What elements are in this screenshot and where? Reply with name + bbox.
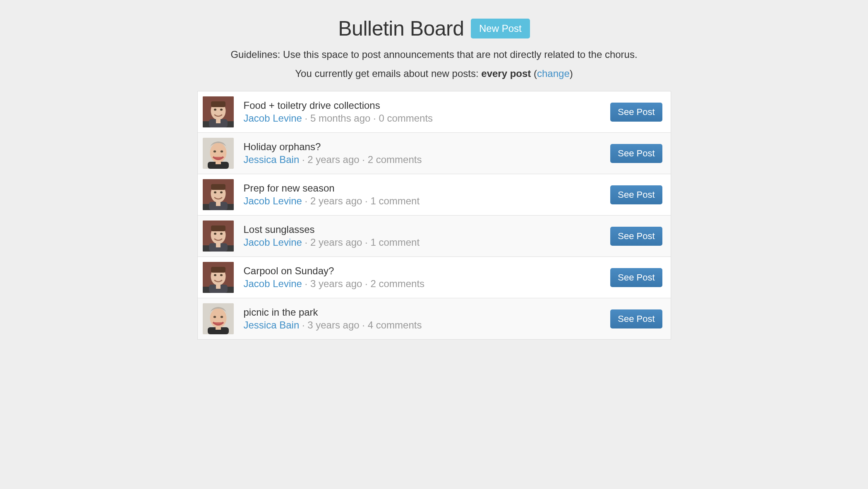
- new-post-button[interactable]: New Post: [471, 19, 530, 38]
- separator: ·: [362, 278, 370, 289]
- see-post-button[interactable]: See Post: [610, 103, 662, 122]
- post-body: Holiday orphans?Jessica Bain · 2 years a…: [244, 141, 602, 165]
- post-row: picnic in the parkJessica Bain · 3 years…: [198, 298, 671, 340]
- post-title: Lost sunglasses: [244, 224, 602, 235]
- post-row: Holiday orphans?Jessica Bain · 2 years a…: [198, 133, 671, 174]
- post-time: 3 years ago: [307, 319, 359, 331]
- post-meta: Jessica Bain · 3 years ago · 4 comments: [244, 319, 602, 331]
- post-title: Prep for new season: [244, 182, 602, 194]
- avatar[interactable]: [203, 138, 234, 169]
- post-author-link[interactable]: Jacob Levine: [244, 113, 302, 124]
- post-title: picnic in the park: [244, 307, 602, 318]
- post-row: Prep for new seasonJacob Levine · 2 year…: [198, 174, 671, 216]
- post-comments-count: 2 comments: [370, 278, 424, 289]
- change-email-pref-link[interactable]: change: [537, 68, 570, 79]
- post-title: Food + toiletry drive collections: [244, 100, 602, 111]
- post-list: Food + toiletry drive collectionsJacob L…: [197, 91, 671, 340]
- post-comments-count: 0 comments: [379, 113, 433, 124]
- separator: ·: [299, 319, 307, 331]
- post-body: Carpool on Sunday?Jacob Levine · 3 years…: [244, 265, 602, 290]
- post-row: Food + toiletry drive collectionsJacob L…: [198, 91, 671, 133]
- post-time: 2 years ago: [310, 237, 362, 248]
- post-row: Carpool on Sunday?Jacob Levine · 3 years…: [198, 257, 671, 298]
- post-meta: Jacob Levine · 5 months ago · 0 comments: [244, 113, 602, 124]
- separator: ·: [302, 195, 310, 206]
- separator: ·: [362, 195, 370, 206]
- post-author-link[interactable]: Jessica Bain: [244, 154, 300, 165]
- separator: ·: [299, 154, 307, 165]
- post-time: 2 years ago: [310, 195, 362, 206]
- separator: ·: [370, 113, 379, 124]
- avatar[interactable]: [203, 221, 234, 252]
- see-post-button[interactable]: See Post: [610, 185, 662, 204]
- post-body: Prep for new seasonJacob Levine · 2 year…: [244, 182, 602, 207]
- avatar[interactable]: [203, 262, 234, 293]
- post-comments-count: 1 comment: [370, 237, 420, 248]
- email-preference: You currently get emails about new posts…: [197, 68, 671, 79]
- post-comments-count: 2 comments: [368, 154, 422, 165]
- post-author-link[interactable]: Jacob Levine: [244, 278, 302, 289]
- see-post-button[interactable]: See Post: [610, 144, 662, 163]
- post-meta: Jacob Levine · 2 years ago · 1 comment: [244, 237, 602, 248]
- see-post-button[interactable]: See Post: [610, 268, 662, 287]
- post-time: 2 years ago: [307, 154, 359, 165]
- post-author-link[interactable]: Jacob Levine: [244, 195, 302, 206]
- avatar[interactable]: [203, 96, 234, 127]
- separator: ·: [302, 237, 310, 248]
- post-meta: Jacob Levine · 2 years ago · 1 comment: [244, 195, 602, 207]
- post-body: Lost sunglassesJacob Levine · 2 years ag…: [244, 224, 602, 248]
- separator: ·: [360, 319, 368, 331]
- post-title: Carpool on Sunday?: [244, 265, 602, 277]
- avatar[interactable]: [203, 179, 234, 210]
- post-title: Holiday orphans?: [244, 141, 602, 153]
- post-time: 5 months ago: [310, 113, 370, 124]
- post-comments-count: 1 comment: [370, 195, 420, 206]
- open-paren: (: [531, 68, 537, 79]
- see-post-button[interactable]: See Post: [610, 227, 662, 246]
- post-time: 3 years ago: [310, 278, 362, 289]
- page-title: Bulletin Board: [338, 17, 464, 41]
- page-header: Bulletin Board New Post: [197, 17, 671, 41]
- separator: ·: [302, 278, 310, 289]
- email-pref-prefix: You currently get emails about new posts…: [295, 68, 481, 79]
- close-paren: ): [570, 68, 573, 79]
- post-comments-count: 4 comments: [368, 319, 422, 331]
- guidelines-text: Guidelines: Use this space to post annou…: [197, 49, 671, 60]
- post-body: Food + toiletry drive collectionsJacob L…: [244, 100, 602, 124]
- post-meta: Jacob Levine · 3 years ago · 2 comments: [244, 278, 602, 290]
- email-pref-frequency: every post: [481, 68, 531, 79]
- see-post-button[interactable]: See Post: [610, 309, 662, 328]
- post-body: picnic in the parkJessica Bain · 3 years…: [244, 307, 602, 331]
- post-row: Lost sunglassesJacob Levine · 2 years ag…: [198, 216, 671, 257]
- bulletin-board-page: Bulletin Board New Post Guidelines: Use …: [197, 0, 671, 340]
- post-author-link[interactable]: Jacob Levine: [244, 237, 302, 248]
- avatar[interactable]: [203, 303, 234, 334]
- post-meta: Jessica Bain · 2 years ago · 2 comments: [244, 154, 602, 165]
- post-author-link[interactable]: Jessica Bain: [244, 319, 300, 331]
- separator: ·: [360, 154, 368, 165]
- separator: ·: [362, 237, 370, 248]
- separator: ·: [302, 113, 310, 124]
